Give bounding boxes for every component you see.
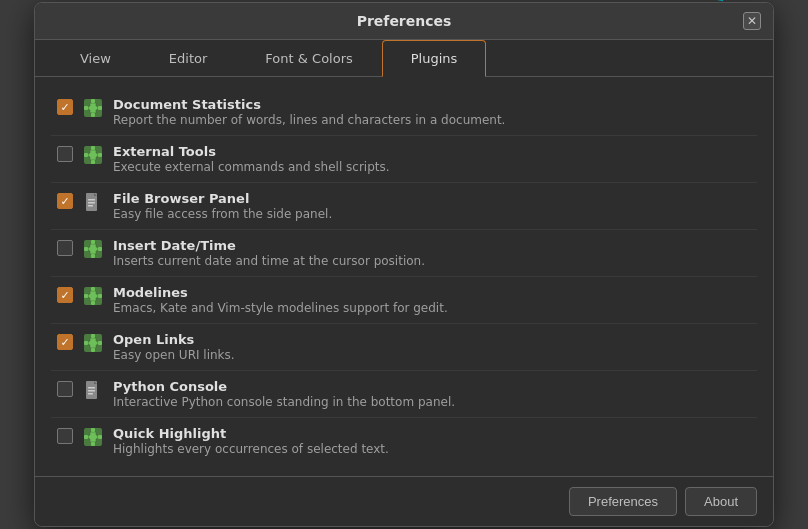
- puzzle-icon: [83, 333, 103, 353]
- plugin-text-file-browser-panel: File Browser PanelEasy file access from …: [113, 191, 751, 221]
- plugins-content: Document StatisticsReport the number of …: [35, 77, 773, 476]
- plugin-name-modelines: Modelines: [113, 285, 751, 300]
- plugin-item-insert-date-time: Insert Date/TimeInserts current date and…: [51, 230, 757, 277]
- svg-rect-38: [98, 435, 102, 439]
- plugin-item-external-tools: External ToolsExecute external commands …: [51, 136, 757, 183]
- svg-rect-28: [84, 341, 88, 345]
- tab-bar: View Editor Font & Colors Plugins: [35, 40, 773, 77]
- svg-rect-12: [88, 199, 95, 201]
- svg-rect-21: [91, 287, 95, 291]
- plugin-desc-document-statistics: Report the number of words, lines and ch…: [113, 113, 751, 127]
- svg-rect-4: [84, 106, 88, 110]
- svg-rect-31: [88, 387, 95, 389]
- puzzle-icon: [83, 286, 103, 306]
- plugin-item-open-links: Open LinksEasy open URI links.: [51, 324, 757, 371]
- svg-rect-3: [91, 113, 95, 117]
- plugin-name-python-console: Python Console: [113, 379, 751, 394]
- about-button[interactable]: About: [685, 487, 757, 516]
- svg-rect-7: [91, 146, 95, 150]
- plugin-desc-open-links: Easy open URI links.: [113, 348, 751, 362]
- svg-rect-37: [84, 435, 88, 439]
- plugin-text-document-statistics: Document StatisticsReport the number of …: [113, 97, 751, 127]
- checkbox-python-console[interactable]: [57, 381, 73, 397]
- svg-rect-18: [84, 247, 88, 251]
- svg-rect-2: [91, 99, 95, 103]
- plugin-text-quick-highlight: Quick HighlightHighlights every occurren…: [113, 426, 751, 456]
- tab-font-colors[interactable]: Font & Colors: [236, 40, 381, 77]
- svg-rect-32: [88, 390, 95, 392]
- tab-editor[interactable]: Editor: [140, 40, 236, 77]
- close-button[interactable]: ✕: [743, 12, 761, 30]
- puzzle-icon: [83, 145, 103, 165]
- svg-rect-23: [84, 294, 88, 298]
- svg-rect-24: [98, 294, 102, 298]
- plugin-desc-quick-highlight: Highlights every occurrences of selected…: [113, 442, 751, 456]
- plugin-text-modelines: ModelinesEmacs, Kate and Vim-style model…: [113, 285, 751, 315]
- svg-rect-8: [91, 160, 95, 164]
- file-icon: [83, 192, 103, 212]
- puzzle-icon: [83, 427, 103, 447]
- plugin-name-insert-date-time: Insert Date/Time: [113, 238, 751, 253]
- plugin-desc-insert-date-time: Inserts current date and time at the cur…: [113, 254, 751, 268]
- plugin-text-insert-date-time: Insert Date/TimeInserts current date and…: [113, 238, 751, 268]
- checkbox-open-links[interactable]: [57, 334, 73, 350]
- checkbox-insert-date-time[interactable]: [57, 240, 73, 256]
- tab-plugins[interactable]: Plugins: [382, 40, 487, 77]
- svg-rect-5: [98, 106, 102, 110]
- plugin-item-document-statistics: Document StatisticsReport the number of …: [51, 89, 757, 136]
- svg-rect-19: [98, 247, 102, 251]
- plugin-item-python-console: Python ConsoleInteractive Python console…: [51, 371, 757, 418]
- plugin-desc-modelines: Emacs, Kate and Vim-style modelines supp…: [113, 301, 751, 315]
- file-icon: [83, 380, 103, 400]
- svg-rect-36: [91, 442, 95, 446]
- plugin-name-quick-highlight: Quick Highlight: [113, 426, 751, 441]
- svg-rect-9: [84, 153, 88, 157]
- checkbox-document-statistics[interactable]: [57, 99, 73, 115]
- svg-rect-33: [88, 393, 93, 395]
- plugin-desc-python-console: Interactive Python console standing in t…: [113, 395, 751, 409]
- svg-rect-16: [91, 240, 95, 244]
- svg-rect-26: [91, 334, 95, 338]
- title-bar: Preferences ✕: [35, 3, 773, 40]
- preferences-dialog: Preferences ✕ View Editor Font & Colors …: [34, 2, 774, 527]
- svg-rect-17: [91, 254, 95, 258]
- svg-rect-35: [91, 428, 95, 432]
- svg-rect-10: [98, 153, 102, 157]
- svg-rect-22: [91, 301, 95, 305]
- plugin-item-quick-highlight: Quick HighlightHighlights every occurren…: [51, 418, 757, 464]
- plugin-text-external-tools: External ToolsExecute external commands …: [113, 144, 751, 174]
- plugin-item-modelines: ModelinesEmacs, Kate and Vim-style model…: [51, 277, 757, 324]
- plugin-name-external-tools: External Tools: [113, 144, 751, 159]
- plugin-text-open-links: Open LinksEasy open URI links.: [113, 332, 751, 362]
- checkbox-external-tools[interactable]: [57, 146, 73, 162]
- plugin-text-python-console: Python ConsoleInteractive Python console…: [113, 379, 751, 409]
- svg-rect-13: [88, 202, 95, 204]
- plugin-name-file-browser-panel: File Browser Panel: [113, 191, 751, 206]
- checkbox-modelines[interactable]: [57, 287, 73, 303]
- plugin-name-open-links: Open Links: [113, 332, 751, 347]
- svg-rect-27: [91, 348, 95, 352]
- plugin-item-file-browser-panel: File Browser PanelEasy file access from …: [51, 183, 757, 230]
- plugin-desc-file-browser-panel: Easy file access from the side panel.: [113, 207, 751, 221]
- checkbox-quick-highlight[interactable]: [57, 428, 73, 444]
- tab-view[interactable]: View: [51, 40, 140, 77]
- plugin-desc-external-tools: Execute external commands and shell scri…: [113, 160, 751, 174]
- puzzle-icon: [83, 239, 103, 259]
- dialog-title: Preferences: [357, 13, 452, 29]
- preferences-button[interactable]: Preferences: [569, 487, 677, 516]
- plugin-name-document-statistics: Document Statistics: [113, 97, 751, 112]
- svg-rect-14: [88, 205, 93, 207]
- svg-rect-29: [98, 341, 102, 345]
- puzzle-icon: [83, 98, 103, 118]
- footer: Preferences About: [35, 476, 773, 526]
- checkbox-file-browser-panel[interactable]: [57, 193, 73, 209]
